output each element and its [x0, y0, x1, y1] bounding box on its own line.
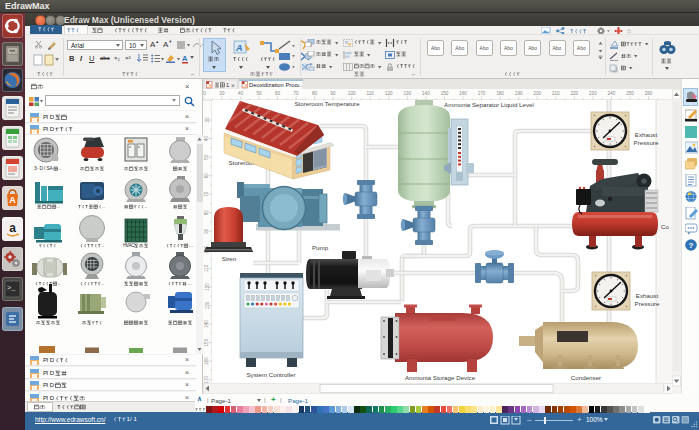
svg-text:100: 100 [348, 91, 356, 96]
svg-text:200: 200 [533, 91, 541, 96]
svg-text:A: A [9, 195, 16, 205]
svg-text:20: 20 [203, 91, 206, 96]
svg-text:Condenser: Condenser [571, 374, 601, 381]
svg-text:170: 170 [478, 91, 486, 96]
svg-text:Ammonia Storage Device: Ammonia Storage Device [405, 374, 476, 381]
svg-text:40: 40 [238, 91, 244, 96]
svg-text:.: . [59, 281, 60, 286]
svg-text:D: D [50, 126, 55, 132]
svg-text:Deoxidization Proc...: Deoxidization Proc... [249, 82, 303, 88]
svg-text:Exhaust: Exhaust [636, 292, 659, 299]
svg-text:Pressure: Pressure [634, 139, 659, 146]
svg-text:D: D [50, 382, 55, 388]
svg-text:I: I [46, 114, 48, 120]
svg-text:A: A [49, 166, 53, 171]
svg-text:110: 110 [367, 91, 375, 96]
svg-text:Exhaust: Exhaust [635, 131, 658, 138]
svg-text:30: 30 [219, 91, 225, 96]
svg-text:?: ? [688, 241, 693, 250]
svg-text:Siren: Siren [222, 255, 237, 262]
svg-text:70: 70 [294, 91, 300, 96]
svg-text:Co: Co [661, 223, 669, 230]
svg-text:.: . [102, 281, 103, 286]
svg-text:220: 220 [570, 91, 578, 96]
svg-text:50: 50 [256, 91, 262, 96]
svg-text:230: 230 [589, 91, 597, 96]
svg-text:D: D [50, 357, 55, 363]
svg-text:210: 210 [552, 91, 560, 96]
svg-text:.: . [60, 166, 61, 171]
svg-text:90: 90 [331, 91, 337, 96]
svg-text:120: 120 [385, 91, 393, 96]
svg-text:A: A [235, 43, 243, 53]
svg-text:.: . [192, 243, 193, 248]
svg-text:D: D [50, 370, 55, 376]
svg-text:I: I [46, 357, 48, 363]
svg-text:160: 160 [459, 91, 467, 96]
svg-text:Pressure: Pressure [635, 300, 660, 307]
svg-text:I: I [46, 395, 48, 401]
svg-text:1: 1 [226, 82, 229, 88]
svg-text:Ammonia Separator Liquid Level: Ammonia Separator Liquid Level [444, 101, 534, 108]
svg-text:Pump: Pump [312, 244, 329, 251]
svg-text:60: 60 [275, 91, 281, 96]
svg-text:×: × [296, 82, 300, 89]
svg-text:I: I [46, 382, 48, 388]
svg-text:D: D [40, 166, 44, 171]
svg-text:80: 80 [312, 91, 318, 96]
svg-text:-: - [37, 166, 39, 171]
svg-text:I: I [44, 166, 45, 171]
svg-text:.: . [104, 204, 105, 209]
svg-text:.: . [190, 281, 191, 286]
svg-text:130: 130 [404, 91, 412, 96]
svg-text:I: I [46, 370, 48, 376]
svg-text:a: a [9, 221, 16, 235]
svg-text:260: 260 [645, 91, 653, 96]
svg-text:150: 150 [441, 91, 449, 96]
svg-text:System Controller: System Controller [246, 371, 295, 378]
svg-text:.: . [146, 204, 147, 209]
svg-text:240: 240 [608, 91, 616, 96]
svg-text:Storeroom Temperature: Storeroom Temperature [294, 100, 360, 107]
svg-text:1: 1 [133, 416, 137, 422]
svg-text:.: . [102, 243, 103, 248]
svg-text:/: / [130, 416, 132, 422]
svg-text:190: 190 [515, 91, 523, 96]
svg-text:D: D [50, 395, 55, 401]
svg-text:I: I [46, 126, 48, 132]
svg-text:×: × [231, 82, 235, 89]
svg-text:>_: >_ [7, 284, 16, 292]
svg-text:D: D [50, 114, 55, 120]
svg-text:140: 140 [422, 91, 430, 96]
svg-text:250: 250 [626, 91, 634, 96]
svg-text:180: 180 [496, 91, 504, 96]
svg-text:.: . [58, 204, 59, 209]
